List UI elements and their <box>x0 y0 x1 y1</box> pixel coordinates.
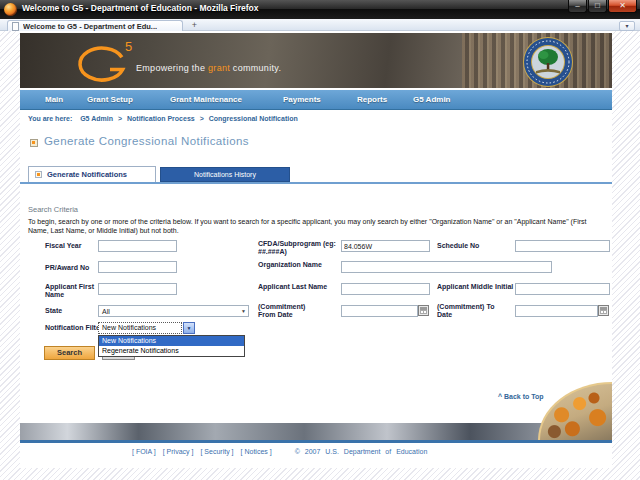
breadcrumb: You are here: G5 Admin > Notification Pr… <box>28 115 298 122</box>
pr-award-input[interactable] <box>98 261 177 273</box>
maximize-button[interactable]: □ <box>588 0 607 13</box>
close-button[interactable]: ✕ <box>608 0 637 13</box>
footer-link-foia[interactable]: [ FOIA ] <box>132 448 156 455</box>
fiscal-year-label: Fiscal Year <box>45 242 103 250</box>
search-criteria-heading: Search Criteria <box>28 205 78 214</box>
to-date-label: (Commitment) To Date <box>437 303 503 318</box>
from-date-label: (Commitment) From Date <box>258 303 324 318</box>
notification-filter-dropdown: New Notifications Regenerate Notificatio… <box>98 335 245 357</box>
logo-5: 5 <box>125 39 132 54</box>
state-select[interactable]: All ▼ <box>98 305 249 317</box>
tab-strip: Welcome to G5 - Department of Edu... + ▾ <box>0 19 640 31</box>
window-title: Welcome to G5 - Department of Education … <box>22 3 258 13</box>
to-date-calendar-button[interactable] <box>598 305 609 316</box>
nav-item-g5-admin[interactable]: G5 Admin <box>413 95 450 104</box>
footer-link-notices[interactable]: [ Notices ] <box>241 448 272 455</box>
footer-link-privacy[interactable]: [ Privacy ] <box>163 448 194 455</box>
firefox-icon <box>4 3 17 16</box>
nav-item-grant-setup[interactable]: Grant Setup <box>87 95 133 104</box>
nav-item-reports[interactable]: Reports <box>357 95 387 104</box>
browser-tab-label: Welcome to G5 - Department of Edu... <box>23 22 157 31</box>
dropdown-option-new-notifications[interactable]: New Notifications <box>99 336 244 346</box>
applicant-first-input[interactable] <box>98 283 177 295</box>
pr-award-label: PR/Award No <box>45 264 103 272</box>
page-icon <box>12 22 19 31</box>
list-tabs-button[interactable]: ▾ <box>619 21 635 31</box>
bottom-divider <box>20 440 612 443</box>
tab-generate-notifications[interactable]: Generate Notifications <box>28 166 156 182</box>
fiscal-year-input[interactable] <box>98 240 177 252</box>
applicant-last-input[interactable] <box>341 283 430 295</box>
minimize-button[interactable]: – <box>568 0 587 13</box>
from-date-input[interactable] <box>341 305 418 317</box>
nav-item-grant-maintenance[interactable]: Grant Maintenance <box>170 95 242 104</box>
nav-item-payments[interactable]: Payments <box>283 95 321 104</box>
page-title-icon <box>30 139 38 147</box>
back-to-top-link[interactable]: ^ Back to Top <box>498 393 544 400</box>
bottom-band-image <box>20 423 612 440</box>
chevron-down-icon[interactable]: ▼ <box>183 322 195 334</box>
footer-link-security[interactable]: [ Security ] <box>200 448 233 455</box>
from-date-calendar-button[interactable] <box>418 305 429 316</box>
doe-seal-icon <box>522 36 574 88</box>
organization-label: Organization Name <box>258 261 328 269</box>
browser-tab[interactable]: Welcome to G5 - Department of Edu... <box>7 20 183 31</box>
schedule-no-input[interactable] <box>515 240 610 252</box>
calendar-icon <box>600 307 607 314</box>
search-button[interactable]: Search <box>44 346 95 360</box>
applicant-last-label: Applicant Last Name <box>258 283 334 291</box>
banner: 5 Empowering the grant community. <box>20 33 612 88</box>
applicant-middle-input[interactable] <box>515 283 610 295</box>
title-bar: Welcome to G5 - Department of Education … <box>0 0 640 19</box>
chairs-image <box>538 382 612 440</box>
applicant-first-label: Applicant First Name <box>45 283 100 298</box>
nav-item-main[interactable]: Main <box>45 95 63 104</box>
main-nav: Main Grant Setup Grant Maintenance Payme… <box>20 90 612 110</box>
breadcrumb-congressional-notification[interactable]: Congressional Notification <box>209 115 298 122</box>
state-label: State <box>45 307 103 315</box>
breadcrumb-notification-process[interactable]: Notification Process <box>127 115 195 122</box>
cfda-label: CFDA/Subprogram (eg: ##.###A) <box>258 240 342 255</box>
g5-logo-icon: 5 <box>76 38 138 88</box>
applicant-middle-label: Applicant Middle Initial <box>437 283 517 291</box>
copyright: © 2007 U.S. Department of Education <box>295 448 428 455</box>
search-instructions: To begin, search by one or more of the c… <box>28 218 608 235</box>
schedule-no-label: Schedule No <box>437 242 515 250</box>
new-tab-button[interactable]: + <box>187 21 202 31</box>
tagline: Empowering the grant community. <box>136 63 281 73</box>
tabs-underline <box>20 182 612 184</box>
notification-filter-label: Notification Filter <box>45 324 103 332</box>
tab-icon <box>35 171 42 178</box>
tab-notifications-history[interactable]: Notifications History <box>160 167 290 182</box>
footer: [ FOIA ] [ Privacy ] [ Security ] [ Noti… <box>20 448 612 455</box>
organization-input[interactable] <box>341 261 552 273</box>
calendar-icon <box>420 307 427 314</box>
content-area: 5 Empowering the grant community. Main G… <box>20 31 612 468</box>
page-title: Generate Congressional Notifications <box>44 135 249 147</box>
breadcrumb-g5-admin[interactable]: G5 Admin <box>80 115 113 122</box>
breadcrumb-prefix: You are here: <box>28 115 72 122</box>
cfda-input[interactable] <box>341 240 430 252</box>
to-date-input[interactable] <box>515 305 598 317</box>
dropdown-option-regenerate-notifications[interactable]: Regenerate Notifications <box>99 346 244 356</box>
notification-filter-select[interactable]: New Notifications <box>98 322 182 334</box>
chevron-down-icon: ▼ <box>241 306 246 317</box>
